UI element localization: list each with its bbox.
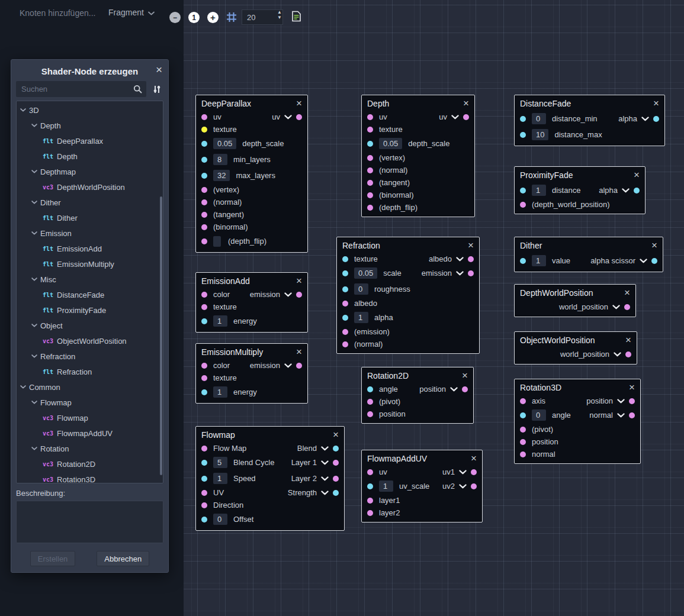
close-node-icon[interactable]: × bbox=[651, 241, 657, 250]
output-port-vector[interactable] bbox=[333, 460, 339, 466]
graph-node-emissionmultiply[interactable]: EmissionMultiply×coloremissiontexture1en… bbox=[195, 343, 308, 404]
input-port-float[interactable] bbox=[201, 173, 207, 179]
output-port-vector[interactable] bbox=[625, 351, 631, 357]
output-port-vector[interactable] bbox=[624, 304, 630, 310]
input-port-vector[interactable] bbox=[367, 127, 373, 133]
tree-item-depth[interactable]: fltDepth bbox=[17, 149, 163, 164]
output-port-float[interactable] bbox=[653, 116, 659, 122]
tree-item-flowmapadduv[interactable]: vc3FlowmapAddUV bbox=[17, 425, 163, 441]
collapse-chevron-icon[interactable] bbox=[31, 400, 37, 405]
collapse-chevron-icon[interactable] bbox=[31, 354, 37, 359]
input-port-float[interactable] bbox=[201, 141, 207, 147]
output-port-vector[interactable] bbox=[462, 386, 468, 392]
tree-category-common[interactable]: Common bbox=[17, 379, 163, 395]
input-port-vector[interactable] bbox=[367, 192, 373, 198]
input-port-vector[interactable] bbox=[201, 212, 207, 218]
value-field[interactable]: 10 bbox=[532, 129, 548, 140]
value-field[interactable]: 32 bbox=[213, 170, 230, 181]
input-port-vector[interactable] bbox=[201, 490, 207, 496]
cancel-button[interactable]: Abbrechen bbox=[97, 551, 149, 566]
expand-output-icon[interactable] bbox=[614, 352, 621, 357]
input-port-float[interactable] bbox=[520, 412, 526, 418]
output-port-float[interactable] bbox=[333, 446, 339, 451]
collapse-chevron-icon[interactable] bbox=[31, 200, 37, 205]
graph-node-distancefade[interactable]: DistanceFade×0distance_minalpha10distanc… bbox=[514, 95, 665, 146]
expand-output-icon[interactable] bbox=[321, 491, 329, 495]
graph-node-rotation3d[interactable]: Rotation3D×axisposition0anglenormal(pivo… bbox=[514, 379, 641, 464]
shader-file-icon[interactable] bbox=[291, 11, 301, 24]
create-button[interactable]: Erstellen bbox=[30, 551, 76, 566]
node-titlebar[interactable]: Depth× bbox=[362, 95, 474, 111]
close-node-icon[interactable]: × bbox=[471, 454, 477, 463]
tree-category-rotation[interactable]: Rotation bbox=[17, 441, 163, 456]
search-box[interactable] bbox=[16, 81, 146, 97]
input-port-vector[interactable] bbox=[342, 341, 348, 347]
input-port-vector[interactable] bbox=[367, 167, 373, 173]
input-port-vector[interactable] bbox=[367, 399, 373, 405]
close-node-icon[interactable]: × bbox=[333, 431, 339, 439]
zoom-out-icon[interactable]: − bbox=[169, 12, 181, 23]
tree-item-dither[interactable]: fltDither bbox=[17, 210, 163, 225]
collapse-chevron-icon[interactable] bbox=[31, 323, 37, 328]
node-titlebar[interactable]: Rotation3D× bbox=[515, 379, 640, 395]
checkbox[interactable] bbox=[213, 236, 221, 247]
tree-item-depthworldposition[interactable]: vc3DepthWorldPosition bbox=[17, 179, 163, 195]
output-port-vector[interactable] bbox=[468, 270, 474, 276]
snap-grid-icon[interactable] bbox=[226, 12, 237, 25]
close-node-icon[interactable]: × bbox=[463, 99, 469, 108]
input-port-vector[interactable] bbox=[367, 155, 373, 161]
input-port-vector[interactable] bbox=[520, 439, 526, 445]
expand-output-icon[interactable] bbox=[451, 115, 459, 120]
input-port-float[interactable] bbox=[201, 157, 207, 163]
tree-item-distancefade[interactable]: fltDistanceFade bbox=[17, 287, 163, 302]
value-field[interactable]: 0.05 bbox=[354, 267, 377, 279]
output-port-vector[interactable] bbox=[463, 114, 469, 120]
tree-category-dither[interactable]: Dither bbox=[17, 195, 163, 210]
output-port-vector[interactable] bbox=[296, 363, 302, 369]
node-titlebar[interactable]: Rotation2D× bbox=[362, 367, 473, 383]
input-port-vector[interactable] bbox=[367, 180, 373, 186]
tree-category-object[interactable]: Object bbox=[17, 318, 163, 333]
output-port-vector[interactable] bbox=[296, 114, 302, 120]
input-port-float[interactable] bbox=[201, 318, 207, 324]
input-port-vector[interactable] bbox=[520, 451, 526, 457]
tree-item-deepparallax[interactable]: fltDeepParallax bbox=[17, 133, 163, 149]
close-node-icon[interactable]: × bbox=[296, 277, 302, 285]
input-port-vector[interactable] bbox=[201, 375, 207, 381]
value-field[interactable]: 0.05 bbox=[213, 138, 236, 149]
tree-item-emissionadd[interactable]: fltEmissionAdd bbox=[17, 241, 163, 256]
input-port-vector[interactable] bbox=[201, 199, 207, 205]
expand-output-icon[interactable] bbox=[284, 115, 292, 120]
input-port-vector[interactable] bbox=[201, 187, 207, 193]
node-titlebar[interactable]: ObjectWorldPosition× bbox=[515, 332, 637, 347]
node-titlebar[interactable]: FlowmapAddUV× bbox=[362, 450, 482, 466]
input-port-float[interactable] bbox=[342, 270, 348, 276]
close-node-icon[interactable]: × bbox=[468, 241, 474, 250]
collapse-chevron-icon[interactable] bbox=[31, 231, 37, 236]
expand-output-icon[interactable] bbox=[459, 484, 467, 489]
shader-mode-dropdown[interactable]: Fragment bbox=[108, 8, 155, 17]
input-port-float[interactable] bbox=[342, 256, 348, 262]
input-port-float[interactable] bbox=[367, 386, 373, 392]
expand-output-icon[interactable] bbox=[612, 305, 620, 309]
expand-output-icon[interactable] bbox=[456, 271, 464, 276]
close-node-icon[interactable]: × bbox=[629, 383, 635, 392]
expand-output-icon[interactable] bbox=[641, 117, 649, 121]
dialog-close-icon[interactable]: × bbox=[156, 63, 162, 76]
input-port-vector[interactable] bbox=[201, 363, 207, 369]
input-port-sampler[interactable] bbox=[201, 127, 207, 133]
graph-node-depthworldposition[interactable]: DepthWorldPosition×world_position bbox=[514, 284, 636, 317]
collapse-chevron-icon[interactable] bbox=[31, 123, 37, 128]
node-titlebar[interactable]: Dither× bbox=[515, 237, 663, 253]
tree-category-flowmap[interactable]: Flowmap bbox=[17, 395, 163, 410]
tree-item-flowmap[interactable]: vc3Flowmap bbox=[17, 410, 163, 425]
expand-output-icon[interactable] bbox=[459, 470, 467, 475]
close-node-icon[interactable]: × bbox=[625, 336, 631, 344]
description-textarea[interactable] bbox=[16, 501, 163, 543]
tree-item-rotation3d[interactable]: vc3Rotation3D bbox=[17, 472, 163, 483]
zoom-in-icon[interactable]: + bbox=[207, 12, 219, 23]
collapse-chevron-icon[interactable] bbox=[31, 169, 37, 174]
expand-output-icon[interactable] bbox=[284, 363, 292, 368]
close-node-icon[interactable]: × bbox=[624, 289, 630, 297]
value-field[interactable]: 0 bbox=[532, 409, 546, 421]
